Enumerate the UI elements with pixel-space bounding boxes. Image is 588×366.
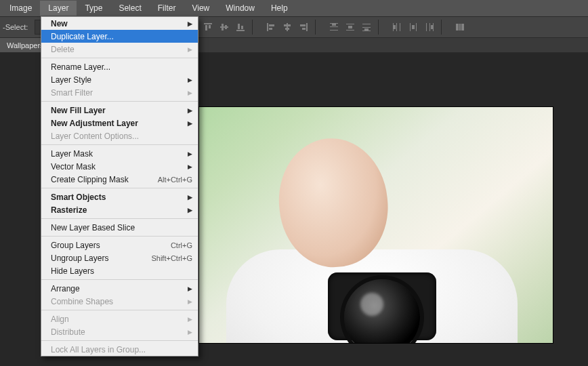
svg-rect-34 [416,23,417,31]
menu-separator [41,144,198,145]
menu-item-rasterize[interactable]: Rasterize▶ [41,203,198,216]
menu-item-label: Lock All Layers in Group... [51,345,146,354]
canvas-image [199,107,553,343]
svg-rect-23 [346,30,354,30]
svg-rect-17 [302,28,306,30]
menu-item-lock-all-layers-in-group: Lock All Layers in Group... [41,343,198,356]
menu-item-new-adjustment-layer[interactable]: New Adjustment Layer▶ [41,117,198,129]
svg-rect-8 [241,26,243,29]
distribute-bottom-icon[interactable] [360,21,373,33]
svg-rect-42 [461,24,464,30]
svg-rect-41 [459,24,461,30]
menu-item-label: Group Layers [51,241,100,250]
menu-item-group-layers[interactable]: Group LayersCtrl+G [41,239,198,251]
auto-align-group [454,21,466,33]
menu-filter[interactable]: Filter [150,1,184,16]
distribute-left-icon[interactable] [391,21,403,33]
submenu-arrow-icon: ▶ [188,207,192,214]
submenu-arrow-icon: ▶ [188,77,192,83]
submenu-arrow-icon: ▶ [188,316,192,323]
menu-item-align: Align▶ [41,312,198,325]
distribute-vcenter-icon[interactable] [344,21,356,33]
svg-rect-15 [306,23,308,31]
align-right-edges-icon[interactable] [297,21,310,33]
svg-rect-26 [362,27,371,28]
menu-item-arrange[interactable]: Arrange▶ [41,282,198,295]
menu-item-rename-layer[interactable]: Rename Layer... [41,60,198,73]
menu-item-label: Ungroup Layers [51,253,108,263]
svg-rect-22 [346,24,354,24]
menu-item-layer-mask[interactable]: Layer Mask▶ [41,147,198,160]
svg-rect-20 [330,30,338,30]
toolbar-separator [378,20,379,35]
menu-item-label: Distribute [51,327,85,337]
menu-separator [41,218,198,219]
menu-select[interactable]: Select [110,1,149,16]
menu-item-duplicate-layer[interactable]: Duplicate Layer... [41,30,198,43]
menu-type[interactable]: Type [77,1,110,16]
menu-separator [41,101,198,102]
menu-item-layer-content-options: Layer Content Options... [41,129,198,142]
menu-item-shortcut: Alt+Ctrl+G [158,176,192,184]
menu-separator [41,188,198,188]
menu-item-layer-style[interactable]: Layer Style▶ [41,73,198,86]
menu-item-label: New Layer Based Slice [51,223,135,232]
menu-item-label: Delete [51,45,75,54]
menu-item-label: New [51,19,68,28]
menu-view[interactable]: View [184,1,217,16]
svg-rect-35 [412,25,415,29]
align-horizontal-centers-icon[interactable] [281,21,293,33]
menu-separator [41,310,198,310]
auto-align-icon[interactable] [454,21,466,33]
align-vertical-centers-icon[interactable] [218,21,230,33]
svg-rect-37 [429,23,430,31]
svg-rect-6 [236,30,245,31]
menu-item-create-clipping-mask[interactable]: Create Clipping MaskAlt+Ctrl+G [41,173,198,186]
menu-item-new[interactable]: New▶ [41,17,198,30]
menu-image[interactable]: Image [1,1,40,16]
submenu-arrow-icon: ▶ [188,163,192,170]
align-bottom-edges-icon[interactable] [234,21,247,33]
submenu-arrow-icon: ▶ [188,329,192,336]
menu-item-smart-filter: Smart Filter▶ [41,86,198,99]
svg-rect-32 [394,25,396,29]
svg-rect-25 [362,24,371,24]
distribute-right-icon[interactable] [423,21,436,33]
menu-separator [41,236,198,237]
menu-item-new-layer-based-slice[interactable]: New Layer Based Slice [41,221,198,234]
menu-item-label: Arrange [51,284,80,293]
svg-rect-11 [269,28,272,30]
distribute-hcenter-icon[interactable] [407,21,419,33]
menu-item-smart-objects[interactable]: Smart Objects▶ [41,190,198,203]
menu-item-ungroup-layers[interactable]: Ungroup LayersShift+Ctrl+G [41,251,198,264]
menu-item-label: Layer Content Options... [51,131,139,141]
menu-item-label: Create Clipping Mask [51,175,129,184]
menu-item-delete: Delete▶ [41,43,198,56]
svg-rect-27 [362,30,371,31]
menu-item-distribute: Distribute▶ [41,325,198,338]
menu-separator [41,58,198,58]
distribute-top-icon[interactable] [328,21,340,33]
svg-rect-7 [238,24,240,29]
menu-item-label: Layer Style [51,75,91,85]
distribute-group-1 [328,21,373,33]
menu-item-vector-mask[interactable]: Vector Mask▶ [41,160,198,173]
menu-separator [41,340,198,341]
align-left-edges-icon[interactable] [265,21,277,33]
menu-layer[interactable]: Layer [40,1,77,16]
submenu-arrow-icon: ▶ [188,89,192,96]
layer-menu-dropdown: New▶Duplicate Layer...Delete▶Rename Laye… [41,16,198,357]
menu-item-new-fill-layer[interactable]: New Fill Layer▶ [41,104,198,117]
distribute-group-2 [391,21,436,33]
menu-window[interactable]: Window [217,1,263,16]
toolbar-separator [252,20,253,35]
align-group-1 [202,21,247,33]
menu-item-hide-layers[interactable]: Hide Layers [41,264,198,277]
menu-item-label: Layer Mask [51,149,93,159]
submenu-arrow-icon: ▶ [188,285,192,292]
menu-help[interactable]: Help [263,1,296,16]
svg-rect-40 [456,24,459,30]
svg-rect-19 [330,26,338,27]
align-top-edges-icon[interactable] [202,21,214,33]
submenu-arrow-icon: ▶ [188,150,192,157]
